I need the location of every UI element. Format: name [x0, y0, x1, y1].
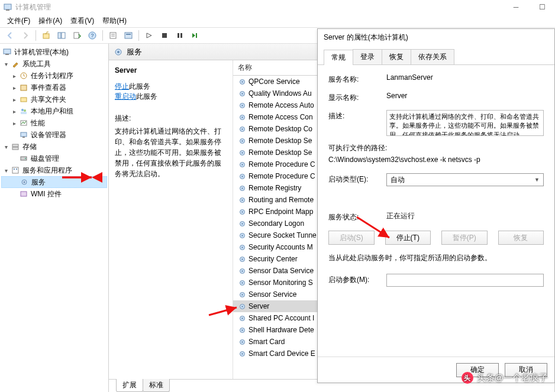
tree-disk-mgmt[interactable]: ▸磁盘管理	[1, 153, 107, 164]
minimize-button[interactable]: ─	[503, 0, 529, 14]
show-hide-icon[interactable]	[55, 29, 68, 42]
tab-general[interactable]: 常规	[324, 50, 353, 65]
start-button[interactable]: 启动(S)	[328, 231, 375, 245]
svg-point-83	[241, 329, 243, 331]
resume-button[interactable]: 恢复	[498, 231, 544, 245]
svg-point-22	[21, 109, 24, 111]
properties-icon[interactable]	[107, 29, 120, 42]
svg-point-79	[241, 306, 243, 307]
tree-device-manager[interactable]: ▸设备管理器	[1, 129, 107, 141]
start-params-input[interactable]	[386, 274, 544, 287]
chevron-right-icon[interactable]: ▸	[11, 96, 18, 103]
folder-share-icon	[19, 95, 28, 104]
nav-tree[interactable]: 计算机管理(本地) ▾ 系统工具 ▸任务计划程序 ▸事件查看器 ▸共享文件夹 ▸…	[0, 44, 109, 392]
tab-extended[interactable]: 扩展	[116, 379, 143, 392]
tree-performance[interactable]: ▸性能	[1, 117, 107, 129]
tree-local-users[interactable]: ▸本地用户和组	[1, 105, 107, 117]
stop-button[interactable]: 停止(T)	[385, 231, 431, 245]
tab-standard[interactable]: 标准	[143, 379, 170, 392]
gear-icon	[238, 290, 246, 299]
gear-icon	[238, 231, 246, 239]
device-icon	[19, 130, 28, 140]
menu-file[interactable]: 文件(F)	[4, 15, 34, 27]
tree-services[interactable]: 服务	[1, 176, 107, 188]
svg-rect-27	[22, 137, 25, 138]
up-icon[interactable]	[40, 29, 53, 42]
forward-icon[interactable]	[19, 29, 32, 42]
tree-task-scheduler[interactable]: ▸任务计划程序	[1, 70, 107, 82]
svg-rect-37	[21, 192, 27, 196]
pause-icon[interactable]	[173, 29, 186, 42]
chevron-right-icon[interactable]: ▸	[11, 73, 18, 79]
app-icon	[4, 3, 12, 11]
gear-icon	[238, 267, 246, 275]
svg-rect-12	[126, 34, 131, 35]
svg-rect-15	[180, 33, 182, 38]
tree-event-viewer[interactable]: ▸事件查看器	[1, 82, 107, 93]
chevron-right-icon[interactable]: ▸	[11, 85, 18, 91]
chevron-right-icon[interactable]: ▸	[11, 120, 18, 127]
stop-icon[interactable]	[158, 29, 171, 42]
restart-service-link[interactable]: 重启动	[115, 92, 136, 101]
menubar: 文件(F) 操作(A) 查看(V) 帮助(H)	[0, 14, 555, 27]
service-description: 支持此计算机通过网络的文件、打印、和命名管道共享。如果服务停止，这些功能不可用。…	[115, 126, 227, 179]
gear-icon	[238, 208, 246, 216]
svg-point-41	[241, 81, 243, 83]
tree-root[interactable]: 计算机管理(本地)	[1, 46, 107, 58]
tree-group-storage[interactable]: ▾存储	[1, 141, 107, 153]
chevron-down-icon[interactable]: ▾	[2, 144, 9, 150]
tab-dependencies[interactable]: 依存关系	[411, 49, 454, 64]
chevron-down-icon[interactable]: ▾	[2, 167, 9, 174]
svg-rect-34	[16, 169, 17, 170]
restart-icon[interactable]	[189, 29, 202, 42]
export-icon[interactable]	[70, 29, 83, 42]
tree-shared-folders[interactable]: ▸共享文件夹	[1, 93, 107, 105]
service-control-buttons: 启动(S) 停止(T) 暂停(P) 恢复	[328, 231, 544, 245]
exe-path-value: C:\Windows\system32\svchost.exe -k netsv…	[328, 155, 544, 164]
tree-group-system-tools[interactable]: ▾ 系统工具	[1, 58, 107, 70]
properties-dialog: Server 的属性(本地计算机) 常规 登录 恢复 依存关系 服务名称:Lan…	[317, 28, 555, 383]
service-status-value: 正在运行	[386, 211, 544, 221]
selected-service-name: Server	[115, 66, 227, 74]
menu-view[interactable]: 查看(V)	[67, 15, 98, 27]
svg-rect-2	[43, 34, 49, 38]
gear-icon	[238, 255, 246, 263]
back-icon[interactable]	[4, 29, 17, 42]
chevron-right-icon[interactable]: ▸	[11, 108, 18, 115]
gear-icon	[238, 338, 246, 346]
chevron-down-icon[interactable]: ▾	[2, 61, 9, 67]
svg-rect-26	[21, 132, 27, 137]
maximize-button[interactable]: ☐	[529, 0, 555, 14]
gear-icon	[238, 278, 246, 287]
svg-point-77	[241, 294, 243, 296]
svg-point-47	[241, 116, 243, 118]
tab-logon[interactable]: 登录	[353, 49, 382, 64]
tools-icon	[11, 59, 20, 69]
gear-icon	[238, 326, 246, 334]
menu-action[interactable]: 操作(A)	[35, 15, 66, 27]
refresh-icon[interactable]	[122, 29, 135, 42]
service-name-value[interactable]: LanmanServer	[386, 73, 433, 82]
tree-wmi[interactable]: WMI 控件	[1, 188, 107, 200]
gear-icon	[238, 302, 246, 310]
svg-rect-17	[4, 49, 11, 54]
pause-button[interactable]: 暂停(P)	[441, 231, 488, 245]
svg-rect-18	[5, 54, 9, 55]
startup-type-select[interactable]: 自动▼	[386, 173, 544, 186]
gear-icon	[238, 125, 246, 133]
stop-service-link[interactable]: 停止	[115, 82, 129, 90]
svg-point-71	[241, 258, 243, 260]
svg-point-57	[241, 176, 243, 177]
disk-icon	[19, 154, 28, 163]
perf-icon	[19, 118, 28, 128]
help-icon[interactable]: ?	[86, 29, 99, 42]
svg-point-61	[241, 199, 243, 201]
apps-icon	[11, 166, 20, 175]
play-icon[interactable]	[143, 29, 156, 42]
svg-point-45	[241, 105, 243, 106]
description-box[interactable]: 支持此计算机通过网络的文件、打印、和命名管道共享。如果服务停止，这些功能不可用。…	[386, 110, 544, 136]
menu-help[interactable]: 帮助(H)	[99, 15, 130, 27]
tree-group-services-apps[interactable]: ▾服务和应用程序	[1, 164, 107, 176]
watermark-logo-icon: 头	[462, 372, 473, 384]
tab-recovery[interactable]: 恢复	[382, 49, 411, 64]
